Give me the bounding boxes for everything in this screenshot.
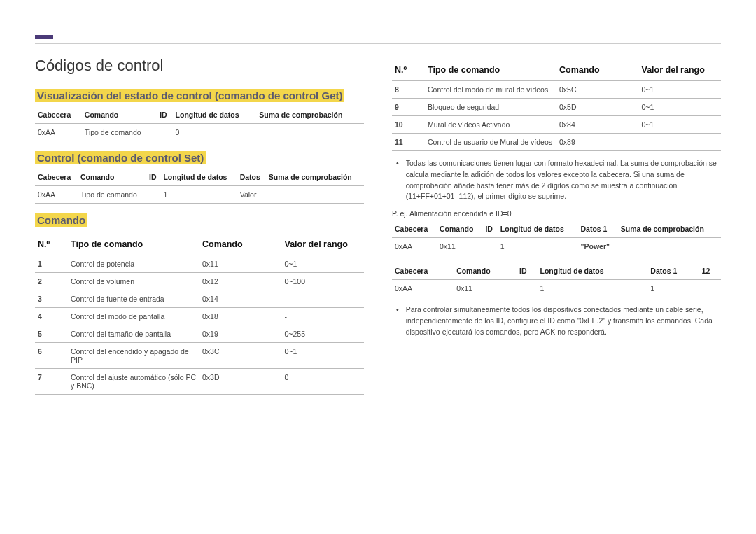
page-title: Códigos de control xyxy=(35,57,364,75)
table-row: 11Control de usuario de Mural de vídeos0… xyxy=(392,134,721,151)
td: Valor xyxy=(237,186,266,204)
table-row: 6Control del encendido y apagado de PIP0… xyxy=(35,343,364,369)
th-cmd: Comando xyxy=(556,57,639,81)
td xyxy=(699,280,721,297)
td: 8 xyxy=(392,81,425,99)
td xyxy=(266,186,364,204)
td: Control del encendido y apagado de PIP xyxy=(68,343,200,369)
th: ID xyxy=(482,220,497,238)
td: 0x84 xyxy=(556,116,639,134)
td: 1 xyxy=(35,255,68,273)
td: 10 xyxy=(392,116,425,134)
th: Cabecera xyxy=(35,169,78,186)
th: Longitud de datos xyxy=(498,220,578,238)
two-column-layout: Códigos de control Visualización del est… xyxy=(35,57,721,402)
td: 0x5D xyxy=(556,99,639,116)
th: Datos xyxy=(237,169,266,186)
th: ID xyxy=(146,169,160,186)
table-set: Cabecera Comando ID Longitud de datos Da… xyxy=(35,169,364,204)
td: 0x14 xyxy=(200,290,282,308)
td: Control de volumen xyxy=(68,273,200,290)
td-power: "Power" xyxy=(578,238,618,255)
th: Comando xyxy=(82,106,157,124)
note-2: • Para controlar simultáneamente todos l… xyxy=(396,304,721,337)
td xyxy=(256,124,364,141)
td: 4 xyxy=(35,308,68,325)
section-get-title: Visualización del estado de control (com… xyxy=(35,89,364,102)
td: 0x3D xyxy=(200,369,282,395)
table-get: Cabecera Comando ID Longitud de datos Su… xyxy=(35,106,364,141)
table-row: 8Control del modo de mural de vídeos0x5C… xyxy=(392,81,721,99)
section-get-title-text: Visualización del estado de control (com… xyxy=(35,89,344,102)
td: 0~100 xyxy=(282,273,365,290)
section-set-title-text: Control (comando de control Set) xyxy=(35,151,206,164)
td: 0~1 xyxy=(639,99,722,116)
td xyxy=(517,280,537,297)
td xyxy=(482,238,497,255)
section-cmd-title-text: Comando xyxy=(35,213,88,227)
td: 0x18 xyxy=(200,308,282,325)
th: Longitud de datos xyxy=(173,106,257,124)
th: Cabecera xyxy=(35,106,82,124)
th: Datos 1 xyxy=(648,262,699,280)
td: 0x11 xyxy=(437,238,482,255)
td: 11 xyxy=(392,134,425,151)
th: Longitud de datos xyxy=(160,169,237,186)
th: Comando xyxy=(454,262,517,280)
td: 2 xyxy=(35,273,68,290)
th-tipo: Tipo de comando xyxy=(68,231,200,255)
td: 1 xyxy=(538,280,648,297)
th: Datos 1 xyxy=(578,220,618,238)
td: 5 xyxy=(35,325,68,343)
left-column: Códigos de control Visualización del est… xyxy=(35,57,364,402)
section-cmd-title: Comando xyxy=(35,213,364,227)
td: 0xAA xyxy=(35,124,82,141)
table-row: 3Control de fuente de entrada0x14- xyxy=(35,290,364,308)
td: 6 xyxy=(35,343,68,369)
table-row: 1Control de potencia0x110~1 xyxy=(35,255,364,273)
td: Mural de vídeos Activado xyxy=(425,116,556,134)
th: Cabecera xyxy=(392,262,454,280)
td: 0x11 xyxy=(200,255,282,273)
note-1: • Todas las comunicaciones tienen lugar … xyxy=(396,158,721,202)
td: 0x3C xyxy=(200,343,282,369)
td: 0 xyxy=(282,369,365,395)
td: Control de potencia xyxy=(68,255,200,273)
header-rule xyxy=(35,43,721,44)
td: 0x89 xyxy=(556,134,639,151)
th: ID xyxy=(157,106,172,124)
th: Longitud de datos xyxy=(538,262,648,280)
th-no: N.º xyxy=(35,231,68,255)
right-column: N.º Tipo de comando Comando Valor del ra… xyxy=(392,57,721,402)
td: Control del ajuste automático (sólo PC y… xyxy=(68,369,200,395)
table-row: 7Control del ajuste automático (sólo PC … xyxy=(35,369,364,395)
note-2-text: Para controlar simultáneamente todos los… xyxy=(406,304,721,337)
td: Tipo de comando xyxy=(78,186,146,204)
note-1-text: Todas las comunicaciones tienen lugar co… xyxy=(406,158,721,202)
td: 0xAA xyxy=(35,186,78,204)
td: 1 xyxy=(160,186,237,204)
td: 0xAA xyxy=(392,280,454,297)
th-rango: Valor del rango xyxy=(639,57,722,81)
th: Suma de comprobación xyxy=(618,220,721,238)
table-row: 4Control del modo de pantalla0x18- xyxy=(35,308,364,325)
td: 1 xyxy=(648,280,699,297)
td: 0x11 xyxy=(454,280,517,297)
td: 1 xyxy=(498,238,578,255)
td: 0 xyxy=(173,124,257,141)
td: Control del tamaño de pantalla xyxy=(68,325,200,343)
td: Tipo de comando xyxy=(82,124,157,141)
td: 0~1 xyxy=(282,255,365,273)
td xyxy=(618,238,721,255)
bullet-icon: • xyxy=(396,304,399,337)
example-label: P. ej. Alimentación encendida e ID=0 xyxy=(392,209,721,218)
th: Cabecera xyxy=(392,220,437,238)
bullet-icon: • xyxy=(396,158,399,202)
td: Control del modo de pantalla xyxy=(68,308,200,325)
td: 0x19 xyxy=(200,325,282,343)
td: 0xAA xyxy=(392,238,437,255)
td: Control del modo de mural de vídeos xyxy=(425,81,556,99)
td xyxy=(157,124,172,141)
td: - xyxy=(282,308,365,325)
table-cmd-right: N.º Tipo de comando Comando Valor del ra… xyxy=(392,57,721,151)
